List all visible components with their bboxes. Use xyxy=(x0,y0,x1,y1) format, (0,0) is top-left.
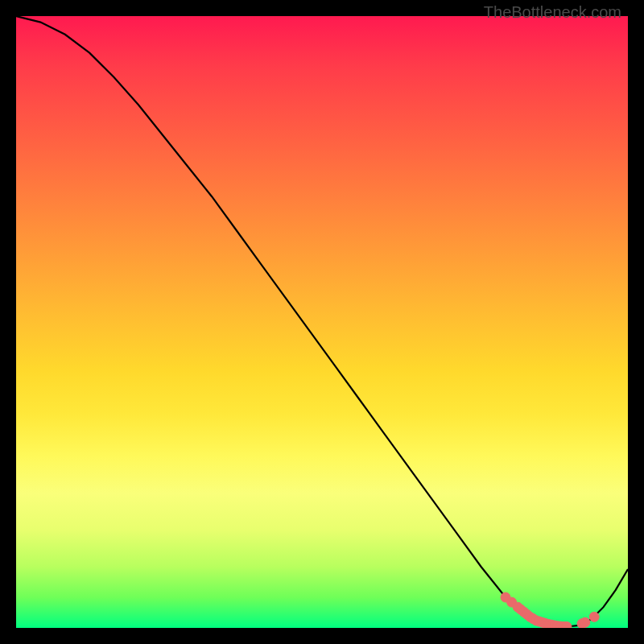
curve-svg xyxy=(16,16,628,628)
marker-point xyxy=(562,621,572,628)
bottleneck-curve xyxy=(16,16,628,626)
plot-area xyxy=(16,16,628,628)
curve-markers xyxy=(501,592,599,628)
marker-point xyxy=(580,617,590,627)
chart-stage: TheBottleneck.com xyxy=(0,0,644,644)
marker-point xyxy=(589,612,599,621)
watermark-text: TheBottleneck.com xyxy=(484,3,621,22)
